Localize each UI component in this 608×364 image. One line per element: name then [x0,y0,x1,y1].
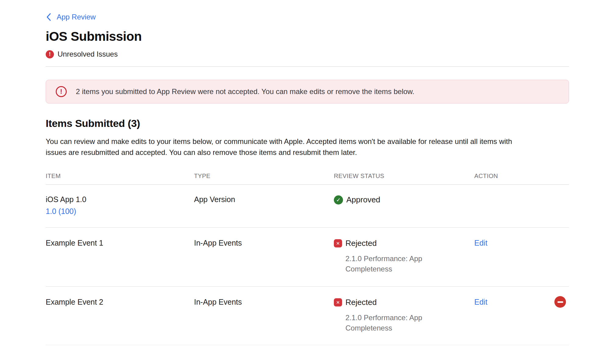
item-name: Example Event 1 [46,239,194,247]
item-cell: Example Event 2 [46,298,194,333]
back-link[interactable]: App Review [57,13,96,21]
item-cell: Example Event 1 [46,239,194,274]
status-cell: ✕ Rejected 2.1.0 Performance: App Comple… [334,239,474,274]
status-label: Unresolved Issues [58,50,118,58]
status-badge: Rejected [345,239,377,248]
page-title: iOS Submission [46,29,569,44]
column-header-type: TYPE [194,173,334,180]
type-cell: In-App Events [194,239,334,274]
status-cell: ✕ Rejected 2.1.0 Performance: App Comple… [334,298,474,333]
submission-page: App Review iOS Submission ! Unresolved I… [46,0,569,345]
item-cell: iOS App 1.0 1.0 (100) [46,195,194,216]
rejected-x-icon: ✕ [334,239,342,247]
status-badge: Rejected [345,298,377,307]
rejected-x-icon: ✕ [334,298,342,306]
alert-banner: ! 2 items you submitted to App Review we… [46,80,569,103]
alert-message: 2 items you submitted to App Review were… [76,87,414,96]
submission-status: ! Unresolved Issues [46,50,569,58]
type-cell: In-App Events [194,298,334,333]
version-link[interactable]: 1.0 (100) [46,207,76,216]
section-description: You can review and make edits to your it… [46,136,533,158]
breadcrumb[interactable]: App Review [46,12,569,22]
status-badge: Approved [346,195,380,205]
table-header-row: ITEM TYPE REVIEW STATUS ACTION [46,173,569,185]
section-heading: Items Submitted (3) [46,117,569,129]
edit-link[interactable]: Edit [474,239,487,247]
column-header-review-status: REVIEW STATUS [334,173,474,180]
header-divider [46,66,569,67]
action-cell [474,195,569,216]
table-row: Example Event 2 In-App Events ✕ Rejected… [46,287,569,345]
items-table: ITEM TYPE REVIEW STATUS ACTION iOS App 1… [46,173,569,345]
table-row: iOS App 1.0 1.0 (100) App Version ✓ Appr… [46,185,569,228]
action-cell: Edit [474,298,569,333]
item-name: iOS App 1.0 [46,195,194,204]
back-chevron-icon [46,12,52,22]
remove-item-button[interactable] [554,296,566,308]
alert-exclamation-icon: ! [56,86,67,97]
rejection-reason: 2.1.0 Performance: App Completeness [345,254,437,274]
table-row: Example Event 1 In-App Events ✕ Rejected… [46,228,569,287]
action-cell: Edit [474,239,569,274]
edit-link[interactable]: Edit [474,298,487,306]
minus-icon [557,301,563,303]
unresolved-issues-icon: ! [46,50,54,58]
item-name: Example Event 2 [46,298,194,306]
type-cell: App Version [194,195,334,216]
column-header-item: ITEM [46,173,194,180]
column-header-action: ACTION [474,173,569,180]
status-cell: ✓ Approved [334,195,474,216]
rejection-reason: 2.1.0 Performance: App Completeness [345,313,437,333]
approved-check-icon: ✓ [334,195,343,205]
